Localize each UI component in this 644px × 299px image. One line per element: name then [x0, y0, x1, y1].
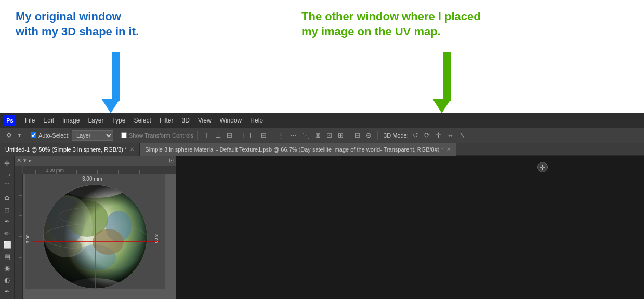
auto-select-dropdown[interactable]: Layer: [72, 130, 113, 141]
svg-text:3.00: 3.00: [154, 234, 159, 243]
menu-image[interactable]: Image: [58, 116, 84, 125]
distribute-hcenter-icon[interactable]: ⊡: [324, 130, 334, 140]
3d-pan-icon[interactable]: ✛: [433, 130, 443, 140]
tools-panel: ✛ ▭ ⌒ ✿ ⊡ ✒ ✏ ⬜ ▤ ◉ ◐ ✒: [0, 156, 15, 299]
globe-visualization: 3.00 mm 3.00 3.00: [25, 174, 165, 289]
canvas-right: ✛: [176, 156, 644, 299]
green-arrow-shaft: [443, 52, 451, 101]
tool-lasso[interactable]: ⌒: [2, 181, 13, 192]
3d-slide-icon[interactable]: ↔: [445, 130, 456, 140]
nav-extra-icon[interactable]: ▸: [29, 157, 32, 164]
menu-view[interactable]: View: [194, 116, 216, 125]
menu-edit[interactable]: Edit: [39, 116, 58, 125]
annotations-area: My original windowwith my 3D shape in it…: [0, 0, 644, 104]
distribute-right-icon[interactable]: ⊞: [336, 130, 346, 140]
toolbar-separator-5: [349, 131, 349, 140]
tool-eyedropper[interactable]: ✒: [2, 216, 13, 227]
blue-arrow-shaft: [112, 52, 120, 101]
align-vcenter-icon[interactable]: ⊥: [213, 130, 223, 140]
show-transform-checkbox[interactable]: [121, 132, 127, 138]
distribute-left-icon[interactable]: ⊠: [313, 130, 323, 140]
annotation-right: The other window where I placedmy image …: [301, 9, 520, 39]
menu-filter[interactable]: Filter: [155, 116, 178, 125]
ps-logo: Ps: [4, 115, 16, 126]
menu-help[interactable]: Help: [246, 116, 267, 125]
align-left-icon[interactable]: ⊣: [236, 130, 246, 140]
tool-move[interactable]: ✛: [2, 158, 13, 169]
tab-texture-close[interactable]: ✕: [446, 146, 451, 152]
tool-brush[interactable]: ✏: [2, 228, 13, 239]
svg-text:3.00 mm: 3.00 mm: [46, 168, 64, 173]
annotation-left: My original windowwith my 3D shape in it…: [16, 9, 161, 39]
main-area: ✛ ▭ ⌒ ✿ ⊡ ✒ ✏ ⬜ ▤ ◉ ◐ ✒ ✕ ▾ ▸ ⊡: [0, 156, 644, 299]
tabs-bar: Untitled-1 @ 50% (Simple 3 in sphere, RG…: [0, 143, 644, 156]
menu-type[interactable]: Type: [108, 116, 129, 125]
ruler-horizontal: 3.00 mm: [15, 166, 176, 174]
toolbar-separator-4: [272, 131, 272, 140]
close-icon[interactable]: ✕: [17, 157, 21, 164]
blue-arrow-head: [101, 99, 120, 113]
menu-3d[interactable]: 3D: [177, 116, 193, 125]
canvas-left: ✕ ▾ ▸ ⊡ 3.00 mm: [15, 156, 176, 299]
auto-select-group: Auto-Select: Layer: [31, 130, 113, 141]
expand-icon[interactable]: ⊡: [169, 157, 174, 164]
align-bottom-icon[interactable]: ⊟: [225, 130, 234, 140]
annotation-left-text: My original windowwith my 3D shape in it…: [16, 9, 161, 39]
move-tool-icon[interactable]: ✥: [4, 130, 14, 140]
3d-rotate-icon[interactable]: ↺: [411, 130, 420, 140]
svg-text:3.00: 3.00: [25, 234, 30, 243]
extra-icon-1[interactable]: ⊟: [352, 130, 362, 140]
crosshair-icon[interactable]: ✛: [537, 162, 548, 172]
tool-quick-select[interactable]: ✿: [2, 193, 13, 204]
align-right-icon[interactable]: ⊞: [259, 130, 269, 140]
tab-texture-label: Simple 3 in sphere Material - Default Te…: [145, 146, 443, 153]
menubar: Ps File Edit Image Layer Type Select Fil…: [0, 113, 644, 128]
auto-select-checkbox[interactable]: [31, 132, 36, 138]
align-top-icon[interactable]: ⊤: [201, 130, 212, 141]
distribute-bottom-icon[interactable]: ⋱: [300, 130, 311, 140]
3d-scale-icon[interactable]: ⤡: [457, 130, 467, 140]
annotation-right-text: The other window where I placedmy image …: [301, 9, 520, 39]
svg-text:3.00 mm: 3.00 mm: [82, 176, 102, 182]
tab-texture[interactable]: Simple 3 in sphere Material - Default Te…: [140, 143, 456, 156]
align-icons-group: ⊤ ⊥ ⊟ ⊣ ⊢ ⊞ ⋮ ⋯ ⋱ ⊠ ⊡ ⊞ ⊟ ⊕: [201, 130, 374, 141]
tool-arrow-icon[interactable]: ▾: [16, 131, 23, 139]
tab-untitled-close[interactable]: ✕: [130, 146, 134, 152]
toolbar-separator-6: [377, 131, 378, 140]
3d-mode-label: 3D Mode:: [384, 132, 409, 139]
3d-mode-icons: ↺ ⟳ ✛ ↔ ⤡: [411, 130, 467, 140]
menu-layer[interactable]: Layer: [84, 116, 108, 125]
extra-icon-2[interactable]: ⊕: [364, 130, 374, 140]
toolbar: ✥ ▾ Auto-Select: Layer Show Transform Co…: [0, 128, 644, 143]
tool-gradient[interactable]: ▤: [2, 251, 13, 262]
photoshop-ui: Ps File Edit Image Layer Type Select Fil…: [0, 113, 644, 299]
tool-blur[interactable]: ◉: [2, 263, 13, 274]
toolbar-separator-1: [27, 131, 27, 140]
toolbar-separator-2: [117, 131, 117, 140]
align-hcenter-icon[interactable]: ⊢: [247, 130, 257, 140]
tool-pen[interactable]: ✒: [2, 287, 13, 297]
green-arrow-head: [432, 99, 451, 113]
canvas-left-header: ✕ ▾ ▸ ⊡: [15, 156, 176, 166]
nav-down-icon[interactable]: ▾: [23, 157, 27, 164]
menu-select[interactable]: Select: [129, 116, 155, 125]
tab-untitled-label: Untitled-1 @ 50% (Simple 3 in sphere, RG…: [5, 146, 127, 153]
menu-file[interactable]: File: [21, 116, 39, 125]
tool-marquee[interactable]: ▭: [2, 170, 13, 181]
distribute-vcenter-icon[interactable]: ⋯: [288, 130, 299, 140]
show-transform-group: Show Transform Controls: [121, 132, 193, 139]
distribute-top-icon[interactable]: ⋮: [275, 130, 286, 140]
menu-window[interactable]: Window: [216, 116, 246, 125]
ruler-vertical: 3.00: [15, 174, 23, 299]
tool-crop[interactable]: ⊡: [2, 205, 13, 215]
auto-select-label: Auto-Select:: [38, 132, 70, 139]
3d-roll-icon[interactable]: ⟳: [422, 130, 432, 140]
show-transform-label: Show Transform Controls: [129, 132, 193, 139]
tool-eraser[interactable]: ⬜: [2, 240, 13, 251]
tab-untitled[interactable]: Untitled-1 @ 50% (Simple 3 in sphere, RG…: [0, 143, 140, 156]
tool-dodge[interactable]: ◐: [2, 275, 13, 286]
toolbar-separator-3: [197, 131, 198, 140]
